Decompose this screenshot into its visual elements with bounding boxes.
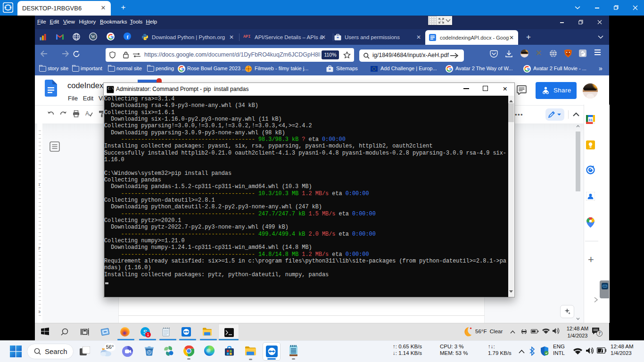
svg-text:f: f bbox=[127, 34, 129, 40]
svg-text:A: A bbox=[85, 110, 89, 117]
svg-text:31: 31 bbox=[588, 118, 593, 122]
svg-text:W: W bbox=[91, 34, 95, 39]
